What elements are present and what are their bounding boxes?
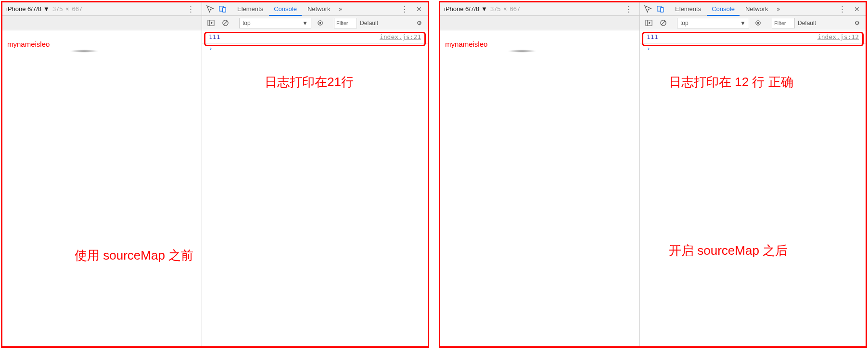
viewport-width[interactable]: 375 (52, 5, 63, 13)
context-label: top (243, 20, 251, 26)
device-name-label: iPhone 6/7/8 (6, 5, 41, 13)
content-area: mynameisleo 使用 sourceMap 之前 111 index.js… (2, 30, 428, 346)
decorative-smudge (70, 50, 99, 52)
inspect-element-icon[interactable] (642, 3, 653, 15)
device-toggle-icon[interactable] (217, 3, 228, 15)
close-devtools-icon[interactable]: ✕ (412, 5, 426, 13)
ruler (440, 16, 640, 30)
annotation-line: 日志打印在 12 行 正确 (669, 74, 793, 91)
kebab-menu-icon[interactable]: ⋮ (622, 5, 636, 13)
ruler (2, 16, 202, 30)
context-label: top (680, 20, 689, 26)
sub-toolbar: top ▼ Default ⚙ (2, 16, 428, 30)
viewport-height[interactable]: 667 (510, 5, 521, 13)
annotation-main: 开启 sourceMap 之后 (669, 242, 788, 259)
decorative-smudge (508, 50, 536, 52)
tab-network[interactable]: Network (740, 2, 773, 16)
devtools-menu-icon[interactable]: ⋮ (836, 5, 849, 13)
svg-marker-4 (211, 22, 213, 25)
close-devtools-icon[interactable]: ✕ (850, 5, 864, 13)
tab-network[interactable]: Network (303, 2, 335, 16)
device-selector[interactable]: iPhone 6/7/8 ▼ (444, 5, 487, 13)
console-prompt[interactable]: › (202, 44, 428, 53)
content-area: mynameisleo 111 index.js:12 › 日志打印在 12 行… (440, 30, 866, 346)
chevron-down-icon: ▼ (481, 5, 487, 13)
device-toggle-icon[interactable] (654, 3, 666, 15)
page-content-text: mynameisleo (445, 40, 635, 48)
svg-marker-13 (649, 22, 651, 25)
log-level-selector[interactable]: Default (360, 20, 378, 26)
console-output: 111 index.js:21 › 日志打印在21行 (202, 30, 428, 346)
inspect-element-icon[interactable] (204, 3, 216, 15)
console-log-row: 111 index.js:21 (202, 30, 428, 44)
console-sidebar-toggle-icon[interactable] (643, 17, 654, 29)
console-filter-input[interactable] (772, 18, 795, 28)
device-viewport: mynameisleo (440, 30, 640, 346)
sub-toolbar: top ▼ Default ⚙ (440, 16, 866, 30)
console-sidebar-toggle-icon[interactable] (205, 17, 217, 29)
console-toolbar: top ▼ Default ⚙ (202, 16, 428, 30)
console-log-row: 111 index.js:12 (640, 30, 866, 44)
context-selector[interactable]: top ▼ (677, 18, 749, 28)
top-toolbar: iPhone 6/7/8 ▼ 375 × 667 ⋮ Elements Cons… (440, 2, 866, 16)
viewport-height[interactable]: 667 (72, 5, 83, 13)
top-toolbar: iPhone 6/7/8 ▼ 375 × 667 ⋮ Elements Cons… (2, 2, 428, 16)
viewport-width[interactable]: 375 (490, 5, 501, 13)
page-content-text: mynameisleo (7, 40, 197, 48)
log-source-link[interactable]: index.js:12 (817, 33, 859, 40)
times-icon: × (504, 6, 507, 13)
panel-before: iPhone 6/7/8 ▼ 375 × 667 ⋮ Elements Cons… (1, 1, 429, 348)
device-toolbar: iPhone 6/7/8 ▼ 375 × 667 ⋮ (440, 2, 640, 15)
svg-point-8 (319, 22, 321, 24)
log-source-link[interactable]: index.js:21 (380, 33, 421, 40)
annotation-line: 日志打印在21行 (265, 74, 354, 91)
log-message: 111 (647, 33, 658, 40)
chevron-down-icon: ▼ (43, 5, 50, 13)
live-expression-icon[interactable] (752, 17, 764, 29)
overflow-tabs-icon[interactable]: » (774, 6, 783, 13)
devtools-tabbar: Elements Console Network » ⋮ ✕ (640, 2, 866, 15)
device-selector[interactable]: iPhone 6/7/8 ▼ (6, 5, 50, 13)
console-filter-input[interactable] (334, 18, 357, 28)
device-name-label: iPhone 6/7/8 (444, 5, 479, 13)
clear-console-icon[interactable] (657, 17, 669, 29)
svg-rect-10 (660, 8, 664, 12)
kebab-menu-icon[interactable]: ⋮ (184, 5, 198, 13)
console-settings-icon[interactable]: ⚙ (852, 20, 863, 26)
device-toolbar: iPhone 6/7/8 ▼ 375 × 667 ⋮ (2, 2, 202, 15)
panel-after: iPhone 6/7/8 ▼ 375 × 667 ⋮ Elements Cons… (439, 1, 867, 348)
svg-line-6 (223, 21, 227, 25)
tab-elements[interactable]: Elements (232, 2, 268, 16)
tab-elements[interactable]: Elements (670, 2, 706, 16)
times-icon: × (66, 6, 69, 13)
svg-rect-1 (222, 8, 226, 12)
console-settings-icon[interactable]: ⚙ (414, 20, 425, 26)
log-level-selector[interactable]: Default (798, 20, 816, 26)
devtools-tabbar: Elements Console Network » ⋮ ✕ (202, 2, 428, 15)
svg-line-15 (661, 21, 665, 25)
console-output: 111 index.js:12 › 日志打印在 12 行 正确 开启 sourc… (640, 30, 866, 346)
devtools-menu-icon[interactable]: ⋮ (398, 5, 411, 13)
chevron-down-icon: ▼ (302, 20, 308, 26)
console-prompt[interactable]: › (640, 44, 866, 53)
log-message: 111 (209, 33, 220, 40)
chevron-down-icon: ▼ (740, 20, 746, 26)
tab-console[interactable]: Console (269, 2, 302, 16)
annotation-main: 使用 sourceMap 之前 (75, 247, 193, 264)
context-selector[interactable]: top ▼ (239, 18, 311, 28)
svg-point-17 (757, 22, 759, 24)
tab-console[interactable]: Console (707, 2, 740, 16)
live-expression-icon[interactable] (314, 17, 326, 29)
overflow-tabs-icon[interactable]: » (336, 6, 345, 13)
device-viewport: mynameisleo 使用 sourceMap 之前 (2, 30, 202, 346)
clear-console-icon[interactable] (219, 17, 231, 29)
console-toolbar: top ▼ Default ⚙ (640, 16, 866, 30)
